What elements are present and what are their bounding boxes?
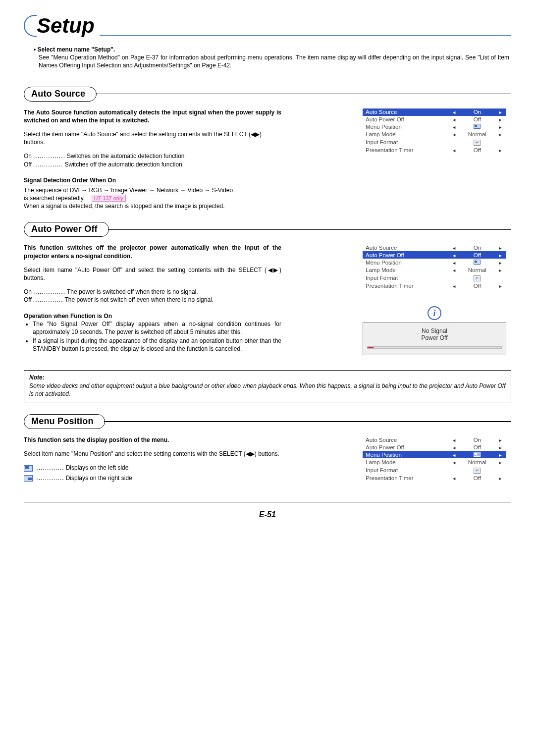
osd-ctl-right (494, 108, 506, 116)
osd-item-name: Input Format (363, 466, 448, 474)
info-icon: i (428, 306, 441, 320)
osd-ctl-right (494, 244, 506, 251)
enter-icon (474, 275, 481, 281)
triangle-left-icon (452, 260, 456, 266)
osd-item-name: Presentation Timer (363, 474, 448, 482)
seq-line2: is searched repeatedly. U7-137 only (24, 194, 281, 202)
osd-item-name: Auto Source (363, 108, 448, 116)
operation-bullet-1: The "No Signal Power Off" display appear… (33, 320, 281, 336)
no-signal-line1: No Signal (367, 327, 502, 334)
auto-power-off-body: This function switches off the projector… (24, 244, 281, 354)
pos-left-icon (474, 452, 481, 457)
triangle-right-icon (498, 116, 502, 122)
seq-repeated: is searched repeatedly. (24, 195, 85, 202)
opt-key: On (24, 288, 32, 296)
osd-row: Menu Position (363, 259, 506, 266)
osd-ctl-left (448, 116, 460, 123)
triangle-right-icon (498, 267, 502, 273)
title-ornament (24, 15, 37, 37)
seq-pre: The sequence of DVI → RGB (24, 187, 104, 194)
triangle-left-icon (452, 437, 456, 443)
operation-bullet-2: If a signal is input during the appearan… (33, 337, 281, 353)
triangle-left-icon (452, 124, 456, 130)
auto-source-instr: Select the item name "Auto Source" and s… (24, 130, 281, 146)
osd-ctl-right (494, 458, 506, 466)
mp-lead: This function sets the display position … (24, 436, 281, 444)
osd-ctl-left (448, 266, 460, 273)
opt-val: The power is not switch off even when th… (64, 296, 214, 304)
osd-row: Menu Position (363, 451, 506, 458)
opt-val: Switches on the automatic detection func… (67, 152, 184, 160)
seq-line3: When a signal is detected, the search is… (24, 202, 281, 210)
no-signal-line2: Power Off (367, 334, 502, 341)
osd-item-name: Input Format (363, 138, 448, 147)
osd-row: Presentation TimerOff (363, 474, 506, 482)
osd-value (460, 273, 494, 282)
osd-ctl-left (448, 131, 460, 138)
osd-item-name: Auto Power Off (363, 116, 448, 123)
osd-row: Lamp ModeNormal (363, 266, 506, 273)
osd-row: Auto Power OffOff (363, 116, 506, 123)
section-title: Menu Position (24, 414, 105, 429)
triangle-left-icon (452, 283, 456, 289)
pos-left-icon (24, 464, 33, 472)
auto-source-body: The Auto Source function automatically d… (24, 108, 281, 211)
no-signal-indicator: i No Signal Power Off (363, 306, 506, 355)
osd-ctl-left (448, 259, 460, 266)
osd-ctl-right (494, 259, 506, 266)
osd-item-name: Presentation Timer (363, 147, 448, 154)
page-header: Setup (24, 15, 511, 37)
osd-item-name: Menu Position (363, 259, 448, 266)
osd-item-name: Presentation Timer (363, 282, 448, 289)
osd-value (460, 123, 494, 131)
triangle-left-icon (452, 252, 456, 258)
osd-ctl-left (448, 466, 460, 474)
enter-icon (474, 140, 481, 146)
triangle-right-icon (498, 252, 502, 258)
osd-value: On (460, 244, 494, 251)
osd-ctl-right (494, 282, 506, 289)
osd-item-name: Input Format (363, 273, 448, 282)
menu-position-body: This function sets the display position … (24, 436, 281, 482)
triangle-right-icon (498, 124, 502, 130)
triangle-right-icon (498, 283, 502, 289)
section-header: Menu Position (24, 414, 511, 429)
osd-ctl-left (448, 251, 460, 259)
note-title: Note: (29, 374, 45, 381)
osd-ctl-left (448, 138, 460, 147)
operation-head: Operation when Function is On (24, 312, 281, 320)
osd-item-name: Menu Position (363, 123, 448, 131)
mp-opt-right: .............Displays on the right side (24, 474, 281, 482)
intro-text: See "Menu Operation Method" on Page E-37… (34, 54, 509, 69)
osd-value: Off (460, 474, 494, 482)
osd-ctl-right (494, 116, 506, 123)
osd-row: Lamp ModeNormal (363, 131, 506, 138)
mp-opt-left: .............Displays on the left side (24, 464, 281, 472)
opt-key: Off (24, 296, 32, 304)
pos-right-icon (24, 474, 33, 482)
triangle-left-icon (452, 475, 456, 481)
section-header: Auto Power Off (24, 222, 511, 237)
osd-auto-power-off: Auto SourceOnAuto Power OffOffMenu Posit… (363, 244, 506, 289)
osd-value: Off (460, 443, 494, 451)
opt-val: Switches off the automatic detection fun… (64, 161, 182, 168)
osd-ctl-right (494, 147, 506, 154)
intro-bullet-text: Select menu name "Setup". (38, 46, 115, 53)
opt-off: Off..............The power is not switch… (24, 296, 281, 304)
osd-ctl-right (494, 131, 506, 138)
auto-source-lead: The Auto Source function automatically d… (24, 108, 281, 124)
osd-ctl-right (494, 251, 506, 259)
triangle-left-icon (452, 245, 456, 251)
osd-ctl-right (494, 123, 506, 131)
apo-lead: This function switches off the projector… (24, 244, 281, 260)
triangle-right-icon (498, 131, 502, 137)
osd-row: Menu Position (363, 123, 506, 131)
triangle-right-icon (498, 475, 502, 481)
triangle-left-icon (452, 131, 456, 137)
osd-item-name: Lamp Mode (363, 131, 448, 138)
osd-row: Input Format (363, 273, 506, 282)
opt-on: On...............The power is switched o… (24, 288, 281, 296)
triangle-right-icon (498, 444, 502, 450)
osd-ctl-left (448, 108, 460, 116)
triangle-left-icon (452, 116, 456, 122)
